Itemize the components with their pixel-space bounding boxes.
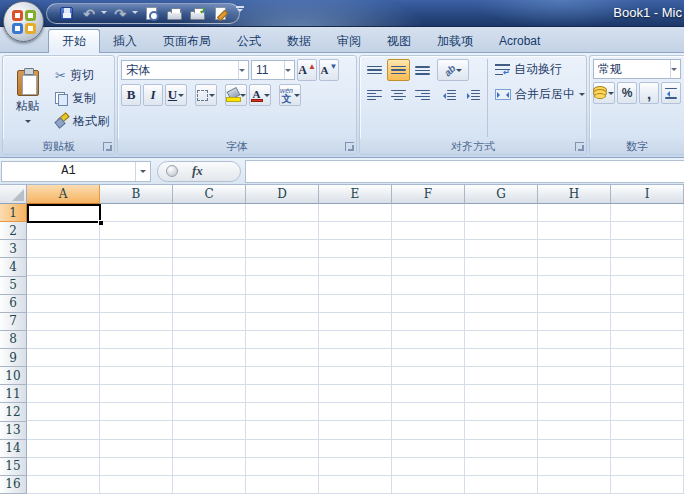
align-middle-button[interactable] [387, 59, 410, 81]
shrink-font-button[interactable]: A▼ [319, 59, 339, 81]
underline-button[interactable]: U [165, 84, 187, 106]
print-preview-button[interactable] [141, 5, 161, 23]
selected-cell-outline[interactable] [27, 204, 101, 223]
name-box[interactable]: A1 [1, 161, 151, 182]
align-right-button[interactable] [411, 84, 434, 106]
quick-print-button[interactable] [187, 5, 207, 23]
formula-input[interactable] [245, 160, 684, 183]
redo-button[interactable]: ↷ [110, 5, 130, 23]
phonetic-dropdown-caret[interactable] [294, 94, 300, 100]
undo-button[interactable]: ↶ [79, 5, 99, 23]
borders-dropdown-caret[interactable] [209, 94, 215, 100]
fill-color-button[interactable] [225, 84, 247, 106]
copy-button[interactable]: 复制 [53, 88, 111, 108]
row-header-8[interactable]: 8 [0, 331, 27, 349]
currency-format-button[interactable] [593, 82, 615, 104]
tab-formulas[interactable]: 公式 [224, 30, 274, 52]
align-top-button[interactable] [363, 59, 386, 81]
cut-button[interactable]: ✂ 剪切 [53, 65, 111, 85]
column-header-A[interactable]: A [27, 185, 100, 204]
italic-button[interactable]: I [143, 84, 163, 106]
row-header-13[interactable]: 13 [0, 422, 27, 440]
row-header-3[interactable]: 3 [0, 240, 27, 258]
name-box-caret[interactable] [140, 170, 146, 176]
bold-button[interactable]: B [121, 84, 141, 106]
font-color-dropdown-caret[interactable] [264, 94, 270, 100]
tab-page-layout[interactable]: 页面布局 [150, 30, 224, 52]
select-all-button[interactable] [0, 185, 27, 204]
font-color-button[interactable]: A [249, 84, 271, 106]
column-header-I[interactable]: I [611, 185, 684, 204]
customize-qat-button[interactable] [234, 6, 246, 20]
column-header-F[interactable]: F [392, 185, 465, 204]
tab-home[interactable]: 开始 [48, 29, 100, 53]
font-size-select[interactable]: 11 [251, 60, 295, 80]
align-center-button[interactable] [387, 84, 410, 106]
row-header-16[interactable]: 16 [0, 476, 27, 494]
undo-dropdown-caret[interactable] [101, 11, 107, 17]
row-header-11[interactable]: 11 [0, 385, 27, 403]
row-header-2[interactable]: 2 [0, 222, 27, 240]
column-header-G[interactable]: G [465, 185, 538, 204]
row-header-14[interactable]: 14 [0, 440, 27, 458]
alignment-dialog-launcher[interactable] [575, 142, 584, 151]
format-painter-button[interactable]: 格式刷 [53, 111, 111, 131]
formula-bar-handle[interactable] [166, 165, 178, 177]
row-header-9[interactable]: 9 [0, 349, 27, 367]
wrap-text-button[interactable]: 自动换行 [493, 59, 587, 80]
title-bar: ↶ ↷ Book1 - Mic [0, 0, 684, 27]
grow-font-button[interactable]: A▲ [297, 59, 317, 81]
clipboard-dialog-launcher[interactable] [103, 142, 112, 151]
row-header-4[interactable]: 4 [0, 258, 27, 276]
fill-handle[interactable] [98, 220, 103, 225]
column-header-B[interactable]: B [100, 185, 173, 204]
row-header-10[interactable]: 10 [0, 367, 27, 385]
percent-format-button[interactable]: % [617, 82, 637, 104]
bold-icon: B [127, 87, 136, 103]
tab-view[interactable]: 视图 [374, 30, 424, 52]
row-header-15[interactable]: 15 [0, 458, 27, 476]
merge-center-dropdown-caret[interactable] [579, 93, 585, 99]
row-header-12[interactable]: 12 [0, 403, 27, 421]
font-dialog-launcher[interactable] [345, 142, 354, 151]
number-format-select[interactable]: 常规 [593, 59, 681, 79]
align-left-button[interactable] [363, 84, 386, 106]
paste-dropdown-caret[interactable] [25, 120, 31, 126]
edit-document-button[interactable] [210, 5, 230, 23]
column-header-H[interactable]: H [538, 185, 611, 204]
tab-acrobat[interactable]: Acrobat [486, 30, 553, 52]
phonetic-guide-button[interactable]: wén文 [279, 84, 301, 106]
currency-dropdown-caret[interactable] [608, 92, 614, 98]
increase-indent-button[interactable] [461, 84, 484, 106]
align-bottom-button[interactable] [411, 59, 434, 81]
underline-dropdown-caret[interactable] [178, 94, 184, 100]
row-header-6[interactable]: 6 [0, 295, 27, 313]
insert-function-button[interactable]: fx [192, 163, 203, 179]
orientation-button[interactable]: ab [437, 59, 469, 81]
redo-dropdown-caret[interactable] [132, 11, 138, 17]
merge-center-label: 合并后居中 [515, 86, 575, 103]
paste-label: 粘贴 [16, 98, 40, 115]
tab-review[interactable]: 审阅 [324, 30, 374, 52]
office-button[interactable] [3, 1, 44, 42]
row-header-1[interactable]: 1 [0, 204, 27, 222]
column-header-E[interactable]: E [319, 185, 392, 204]
paste-button[interactable]: 粘贴 [6, 59, 49, 137]
tab-insert[interactable]: 插入 [100, 30, 150, 52]
print-button[interactable] [164, 5, 184, 23]
quick-access-toolbar: ↶ ↷ [46, 3, 240, 24]
merge-center-button[interactable]: 合并后居中 [493, 84, 587, 105]
decrease-indent-button[interactable] [437, 84, 460, 106]
increase-decimal-button[interactable] [661, 82, 681, 104]
tab-add-ins[interactable]: 加载项 [424, 30, 486, 52]
column-header-C[interactable]: C [173, 185, 246, 204]
row-header-7[interactable]: 7 [0, 313, 27, 331]
save-button[interactable] [56, 5, 76, 23]
comma-format-button[interactable]: , [639, 82, 659, 104]
borders-button[interactable] [195, 84, 217, 106]
cells-area[interactable] [27, 204, 684, 494]
font-name-select[interactable]: 宋体 [121, 60, 249, 80]
column-header-D[interactable]: D [246, 185, 319, 204]
tab-data[interactable]: 数据 [274, 30, 324, 52]
row-header-5[interactable]: 5 [0, 277, 27, 295]
